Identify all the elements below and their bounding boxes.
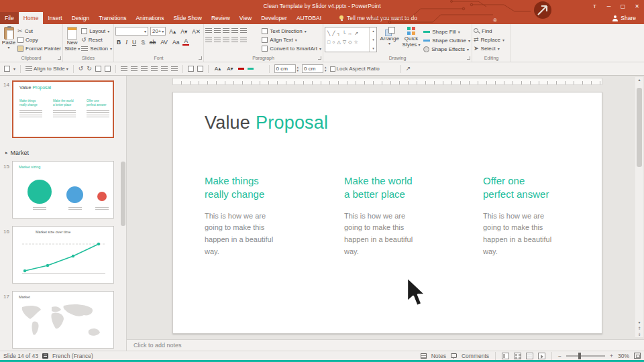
fill-color-icon[interactable]: [248, 68, 254, 70]
arrange-button[interactable]: Arrange ▾: [380, 25, 398, 53]
text-shadow-button[interactable]: S: [140, 39, 146, 46]
fit-to-window-button[interactable]: [634, 353, 641, 359]
character-spacing-button[interactable]: AV: [159, 39, 169, 46]
shrink-text-icon[interactable]: A▾: [225, 66, 234, 72]
slide-17-thumbnail[interactable]: Market: [12, 291, 114, 349]
tell-me-box[interactable]: Tell me what you want to do: [333, 12, 423, 24]
spell-check-icon[interactable]: [42, 353, 48, 359]
slideshow-view-button[interactable]: [538, 353, 545, 359]
find-button[interactable]: Find: [474, 27, 504, 35]
shape-height-field[interactable]: 0 cm ▴▾: [302, 64, 327, 73]
layout-button[interactable]: Layout ▾: [81, 27, 112, 35]
section-button[interactable]: Section ▾: [81, 45, 112, 53]
grid-settings-icon[interactable]: [4, 66, 10, 72]
distribute-vertical-icon[interactable]: [197, 66, 203, 72]
align-center-objects-icon[interactable]: [131, 66, 138, 72]
align-bottom-objects-icon[interactable]: [171, 66, 178, 72]
font-color-button[interactable]: A: [182, 38, 189, 46]
align-text-button[interactable]: Align Text ▾: [262, 36, 321, 44]
scroll-down-icon[interactable]: ▾: [638, 320, 640, 324]
convert-smartart-button[interactable]: Convert to SmartArt ▾: [262, 45, 321, 53]
clear-formatting-button[interactable]: A✕: [191, 28, 202, 35]
format-painter-button[interactable]: Format Painter: [17, 45, 61, 53]
align-to-slide-button[interactable]: Align to Slide ▾: [25, 66, 68, 72]
tab-developer[interactable]: Developer: [256, 12, 292, 24]
shape-gallery[interactable]: ╲╱┐└↔↗ □○△▽◇☆ ▴ ▾ ▾: [325, 27, 377, 52]
close-button[interactable]: ✕: [630, 0, 644, 12]
t-button[interactable]: T: [588, 0, 602, 12]
tab-design[interactable]: Design: [67, 12, 94, 24]
minimize-button[interactable]: ─: [602, 0, 616, 12]
thumbnail-panel-scrollbar[interactable]: [119, 76, 127, 351]
font-name-combo[interactable]: ▾: [115, 27, 148, 36]
grow-text-icon[interactable]: A▴: [213, 66, 222, 72]
decrease-indent-icon[interactable]: [223, 28, 229, 34]
height-spinner[interactable]: ▴▾: [325, 66, 327, 72]
change-case-button[interactable]: Aa: [171, 39, 180, 46]
numbering-icon[interactable]: [214, 28, 221, 34]
zoom-slider-thumb[interactable]: [578, 353, 581, 359]
tab-view[interactable]: View: [235, 12, 256, 24]
shape-gallery-scrollbar[interactable]: ▴ ▾ ▾: [369, 27, 376, 52]
reading-view-button[interactable]: [526, 353, 533, 359]
align-left-icon[interactable]: [205, 38, 212, 43]
shrink-font-button[interactable]: A▾: [179, 28, 189, 35]
slide-16-thumbnail[interactable]: Market size over time: [12, 226, 114, 284]
shape-width-field[interactable]: 0 cm ▴▾: [274, 64, 299, 73]
underline-button[interactable]: U: [131, 39, 138, 46]
zoom-slider[interactable]: [566, 355, 605, 357]
quick-styles-button[interactable]: Quick Styles ▾: [402, 25, 421, 53]
tab-insert[interactable]: Insert: [43, 12, 66, 24]
comments-toggle[interactable]: Comments: [462, 353, 489, 359]
tab-animations[interactable]: Animations: [131, 12, 168, 24]
notes-toggle[interactable]: Notes: [431, 353, 446, 359]
replace-button[interactable]: ⇄ Replace ▾: [474, 36, 504, 44]
text-color-icon[interactable]: [238, 68, 244, 70]
bold-button[interactable]: B: [115, 39, 122, 46]
align-top-objects-icon[interactable]: [151, 66, 158, 72]
zoom-in-button[interactable]: +: [610, 353, 613, 359]
language-indicator[interactable]: French (France): [52, 353, 93, 359]
horizontal-ruler[interactable]: [172, 78, 602, 85]
columns-icon[interactable]: [240, 38, 247, 43]
slide-14-thumbnail[interactable]: ValueProposal Make thingsreally change M…: [12, 80, 114, 138]
grow-font-button[interactable]: A▴: [168, 28, 177, 35]
justify-icon[interactable]: [231, 38, 238, 43]
slide-15-thumbnail[interactable]: Market sizing: [12, 161, 114, 219]
rotate-right-icon[interactable]: ↻: [87, 66, 92, 72]
new-slide-button[interactable]: New Slide ▾: [64, 25, 80, 53]
font-dialog-launcher[interactable]: [199, 56, 202, 60]
zoom-out-button[interactable]: −: [558, 353, 561, 359]
paragraph-dialog-launcher[interactable]: [318, 56, 321, 60]
increase-indent-icon[interactable]: [231, 28, 238, 34]
tab-transitions[interactable]: Transitions: [94, 12, 131, 24]
shape-outline-button[interactable]: Shape Outline ▾: [423, 36, 470, 44]
rotate-left-icon[interactable]: ↺: [78, 66, 84, 72]
normal-view-button[interactable]: [502, 353, 509, 359]
italic-button[interactable]: I: [124, 39, 129, 46]
tab-file[interactable]: File: [0, 12, 19, 24]
editor-vertical-scrollbar[interactable]: ▴ ▾ ⇑ ⇓: [635, 77, 643, 337]
section-header-market[interactable]: ▸ Market: [5, 149, 29, 156]
share-button[interactable]: Share: [612, 12, 644, 24]
lock-aspect-ratio-checkbox[interactable]: Lock Aspect Ratio: [330, 66, 380, 72]
copy-button[interactable]: Copy: [17, 36, 61, 44]
paste-button[interactable]: Paste ▾: [1, 25, 16, 53]
maximize-button[interactable]: ▢: [616, 0, 630, 12]
slide-sorter-view-button[interactable]: [514, 353, 521, 359]
slide-title[interactable]: ValueProposal: [205, 113, 328, 133]
align-left-objects-icon[interactable]: [121, 66, 127, 72]
distribute-horizontal-icon[interactable]: [188, 66, 194, 72]
tab-addin[interactable]: AUTOBAI: [292, 12, 326, 24]
column-1[interactable]: Make things really change This is how we…: [205, 174, 312, 258]
tab-slideshow[interactable]: Slide Show: [168, 12, 207, 24]
shape-effects-button[interactable]: Shape Effects ▾: [423, 45, 470, 53]
scroll-up-icon[interactable]: ▴: [638, 77, 640, 82]
column-2[interactable]: Make the world a better place This is ho…: [344, 174, 451, 258]
width-spinner[interactable]: ▴▾: [297, 66, 299, 72]
zoom-level[interactable]: 30%: [618, 353, 629, 359]
next-slide-button[interactable]: ⇓: [637, 332, 641, 337]
drawing-dialog-launcher[interactable]: [467, 56, 470, 60]
column-3[interactable]: Offer one perfect answer This is how we …: [483, 174, 590, 258]
align-right-objects-icon[interactable]: [141, 66, 148, 72]
